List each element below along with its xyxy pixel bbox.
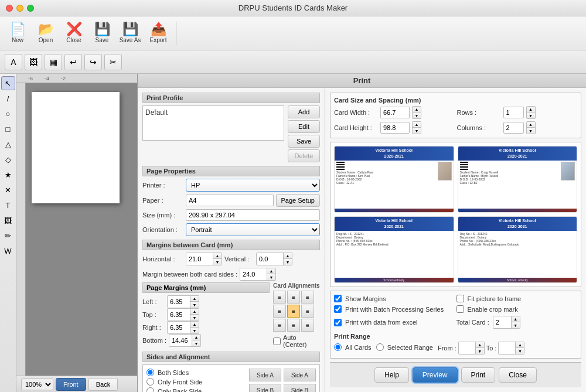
star-tool-button[interactable]: ★ (1, 168, 15, 182)
to-input[interactable] (499, 342, 515, 354)
ellipse-tool-button[interactable]: ○ (1, 107, 15, 121)
side-a-top-right[interactable]: Side A (284, 369, 316, 381)
printer-select[interactable]: HP (186, 179, 320, 192)
top-input[interactable] (168, 309, 190, 321)
export-button[interactable]: 📤 Export (145, 19, 171, 48)
canvas-main[interactable] (26, 83, 137, 376)
image-tool-button[interactable]: 🖼 (25, 54, 42, 70)
align-bot-left[interactable]: ≡ (273, 319, 286, 332)
front-side-radio[interactable] (146, 378, 154, 386)
text-tool-button[interactable]: T (1, 198, 15, 212)
bottom-input[interactable] (169, 335, 192, 346)
line-tool-button[interactable]: / (1, 91, 15, 105)
side-b-mid-right[interactable]: Side B (284, 384, 316, 392)
left-up[interactable]: ▲ (190, 296, 199, 302)
left-down[interactable]: ▼ (190, 302, 199, 308)
redo-button[interactable]: ↪ (84, 54, 102, 70)
align-top-left[interactable]: ≡ (273, 291, 286, 304)
height-down[interactable]: ▼ (413, 128, 421, 134)
print-button[interactable]: Print (461, 367, 496, 383)
side-b-mid-left[interactable]: Side B (249, 384, 281, 392)
select-tool-button[interactable]: ↖ (1, 76, 15, 90)
align-mid-right[interactable]: ≡ (301, 305, 314, 318)
align-bot-right[interactable]: ≡ (301, 319, 314, 332)
width-down[interactable]: ▼ (413, 113, 421, 118)
horizontal-input[interactable] (186, 253, 213, 265)
back-side-radio[interactable] (146, 387, 154, 392)
between-down[interactable]: ▼ (267, 274, 275, 280)
barcode-tool-button[interactable]: ▦ (45, 54, 62, 70)
data-excel-checkbox[interactable] (334, 319, 342, 326)
fit-picture-checkbox[interactable] (456, 295, 464, 302)
width-up[interactable]: ▲ (413, 107, 421, 113)
close-window-button[interactable] (6, 5, 13, 12)
bottom-down[interactable]: ▼ (192, 340, 200, 346)
from-down[interactable]: ▼ (476, 348, 484, 354)
add-profile-button[interactable]: Add (288, 105, 320, 118)
to-up[interactable]: ▲ (516, 342, 524, 348)
image-insert-button[interactable]: 🖼 (1, 213, 15, 227)
side-a-top-left[interactable]: Side A (249, 369, 281, 381)
top-down[interactable]: ▼ (190, 315, 199, 321)
total-card-down[interactable]: ▼ (512, 322, 520, 328)
both-sides-radio[interactable] (146, 369, 154, 376)
cut-button[interactable]: ✂ (104, 54, 122, 70)
front-tab[interactable]: Front (56, 378, 86, 391)
enable-crop-checkbox[interactable] (456, 305, 464, 313)
maximize-window-button[interactable] (27, 5, 34, 12)
columns-input[interactable] (503, 122, 524, 134)
vertical-down[interactable]: ▼ (284, 259, 292, 265)
zoom-select[interactable]: 100% 75% 150% (21, 379, 53, 390)
vertical-input[interactable] (257, 253, 283, 265)
batch-processing-checkbox[interactable] (334, 305, 342, 313)
height-up[interactable]: ▲ (413, 122, 421, 128)
rows-up[interactable]: ▲ (527, 107, 535, 113)
card-width-input[interactable] (380, 107, 410, 118)
preview-button[interactable]: Preview (413, 367, 458, 383)
from-input[interactable] (459, 342, 475, 354)
rows-down[interactable]: ▼ (527, 113, 535, 118)
bottom-up[interactable]: ▲ (192, 335, 200, 340)
between-input[interactable] (240, 268, 267, 280)
page-setup-button[interactable]: Page Setup (276, 194, 321, 207)
selected-range-radio[interactable] (376, 343, 384, 351)
card-height-input[interactable] (380, 122, 410, 134)
top-up[interactable]: ▲ (190, 309, 199, 315)
left-input[interactable] (168, 296, 190, 308)
word-art-button[interactable]: W (1, 244, 15, 258)
all-cards-radio[interactable] (334, 343, 342, 351)
auto-center-checkbox[interactable] (273, 338, 281, 345)
new-button[interactable]: 📄 New (5, 19, 30, 48)
undo-button[interactable]: ↩ (64, 54, 82, 70)
close-dialog-button[interactable]: Close (499, 367, 537, 383)
total-card-input[interactable] (493, 316, 511, 328)
pen-tool-button[interactable]: ✏ (1, 229, 15, 243)
align-mid-left[interactable]: ≡ (273, 305, 286, 318)
cross-tool-button[interactable]: ✕ (1, 183, 15, 197)
vertical-up[interactable]: ▲ (284, 253, 292, 259)
align-top-right[interactable]: ≡ (301, 291, 314, 304)
to-down[interactable]: ▼ (516, 348, 524, 354)
rows-input[interactable] (503, 107, 524, 118)
right-up[interactable]: ▲ (190, 322, 199, 328)
edit-profile-button[interactable]: Edit (288, 120, 320, 133)
open-button[interactable]: 📂 Open (33, 19, 59, 48)
between-up[interactable]: ▲ (267, 268, 275, 274)
close-button[interactable]: ❌ Close (61, 19, 87, 48)
show-margins-checkbox[interactable] (334, 295, 342, 302)
back-tab[interactable]: Back (88, 378, 118, 391)
align-mid-center[interactable]: ≡ (287, 305, 300, 318)
diamond-tool-button[interactable]: ◇ (1, 152, 15, 166)
columns-down[interactable]: ▼ (527, 128, 535, 134)
columns-up[interactable]: ▲ (527, 122, 535, 128)
paper-input[interactable] (186, 195, 274, 206)
horizontal-down[interactable]: ▼ (213, 259, 222, 265)
save-profile-button[interactable]: Save (288, 135, 320, 148)
total-card-up[interactable]: ▲ (512, 316, 520, 322)
save-as-button[interactable]: 💾 Save As (117, 19, 143, 48)
help-button[interactable]: Help (374, 367, 409, 383)
rect-tool-button[interactable]: □ (1, 122, 15, 136)
right-down[interactable]: ▼ (190, 328, 199, 333)
align-top-center[interactable]: ≡ (287, 291, 300, 304)
horizontal-up[interactable]: ▲ (213, 253, 222, 259)
